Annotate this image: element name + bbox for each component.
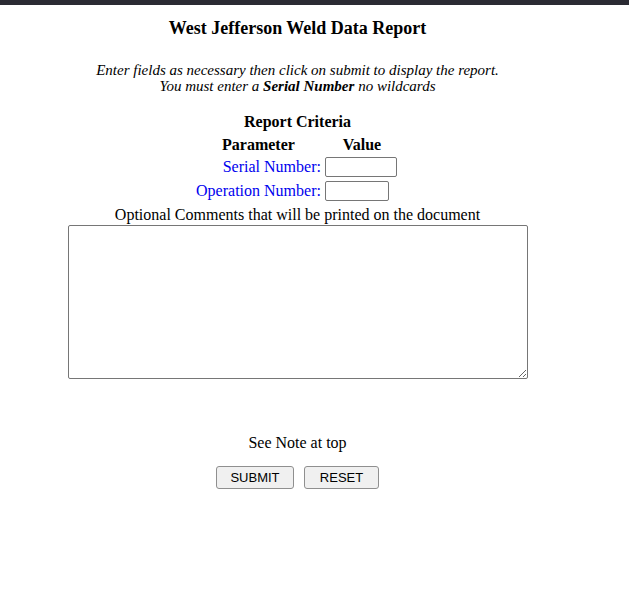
instructions-serial-number-emphasis: Serial Number bbox=[263, 78, 354, 94]
comments-textarea[interactable] bbox=[68, 225, 528, 379]
submit-button[interactable]: SUBMIT bbox=[216, 466, 294, 489]
table-row: Serial Number: bbox=[194, 155, 401, 179]
operation-number-label[interactable]: Operation Number: bbox=[196, 182, 321, 199]
value-column-header: Value bbox=[323, 134, 401, 155]
criteria-header-row: Parameter Value bbox=[194, 134, 401, 155]
serial-number-label[interactable]: Serial Number: bbox=[223, 158, 321, 175]
serial-number-input[interactable] bbox=[325, 157, 397, 177]
comments-label: Optional Comments that will be printed o… bbox=[0, 206, 595, 224]
criteria-table: Parameter Value Serial Number: Operation… bbox=[194, 134, 401, 203]
button-row: SUBMIT RESET bbox=[0, 466, 595, 489]
instructions-line2-suffix: no wildcards bbox=[354, 78, 435, 94]
instructions: Enter fields as necessary then click on … bbox=[0, 62, 595, 94]
report-criteria-heading: Report Criteria bbox=[0, 113, 595, 131]
reset-button[interactable]: RESET bbox=[304, 466, 379, 489]
instructions-line1: Enter fields as necessary then click on … bbox=[96, 62, 499, 78]
page-title: West Jefferson Weld Data Report bbox=[0, 18, 595, 39]
instructions-line2-prefix: You must enter a bbox=[159, 78, 263, 94]
top-bar bbox=[0, 0, 629, 5]
table-row: Operation Number: bbox=[194, 179, 401, 203]
report-form-page: West Jefferson Weld Data Report Enter fi… bbox=[0, 18, 595, 489]
operation-number-input[interactable] bbox=[325, 181, 389, 201]
parameter-column-header: Parameter bbox=[194, 134, 323, 155]
see-note-text: See Note at top bbox=[0, 434, 595, 452]
